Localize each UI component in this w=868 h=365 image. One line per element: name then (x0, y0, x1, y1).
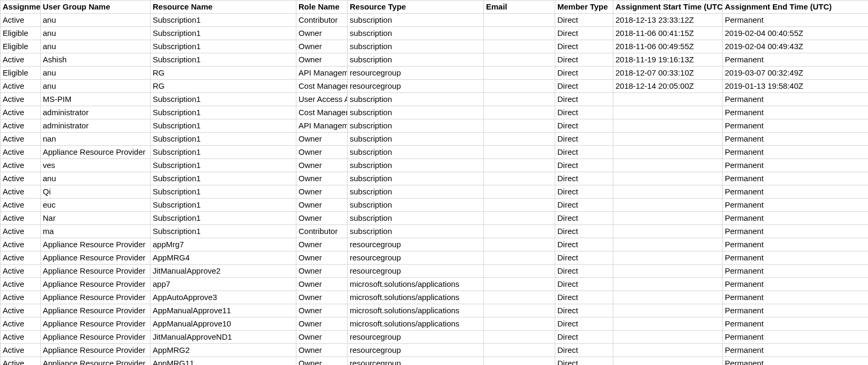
table-row[interactable]: ActiveanuSubscription1OwnersubscriptionD… (1, 172, 869, 185)
cell-member-type[interactable]: Direct (555, 53, 613, 67)
cell-role-name[interactable]: Owner (296, 251, 348, 265)
cell-member-type[interactable]: Direct (555, 304, 613, 317)
cell-user-group-name[interactable]: ma (41, 225, 151, 238)
cell-resource-name[interactable]: Subscription1 (151, 27, 296, 40)
cell-assignment-state[interactable]: Active (1, 185, 41, 199)
cell-member-type[interactable]: Direct (555, 27, 613, 40)
cell-user-group-name[interactable]: ves (41, 159, 151, 172)
cell-resource-name[interactable]: Subscription1 (151, 93, 296, 106)
cell-user-group-name[interactable]: Appliance Resource Provider (41, 304, 151, 317)
cell-role-name[interactable]: Owner (296, 265, 348, 278)
cell-resource-type[interactable]: subscription (348, 225, 484, 238)
cell-role-name[interactable]: Owner (296, 278, 348, 291)
cell-member-type[interactable]: Direct (555, 251, 613, 265)
cell-end-time[interactable]: Permanent (723, 265, 869, 278)
table-row[interactable]: ActiveadministratorSubscription1Cost Man… (1, 106, 869, 119)
cell-start-time[interactable] (613, 93, 723, 106)
cell-resource-type[interactable]: resourcegroup (348, 67, 484, 80)
cell-resource-type[interactable]: microsoft.solutions/applications (348, 304, 484, 317)
cell-end-time[interactable]: Permanent (723, 172, 869, 185)
cell-user-group-name[interactable]: Appliance Resource Provider (41, 265, 151, 278)
cell-start-time[interactable] (613, 238, 723, 251)
cell-user-group-name[interactable]: administrator (41, 119, 151, 133)
cell-role-name[interactable]: Owner (296, 317, 348, 331)
cell-start-time[interactable] (613, 185, 723, 199)
cell-end-time[interactable]: Permanent (723, 212, 869, 225)
cell-email[interactable] (484, 40, 555, 53)
cell-user-group-name[interactable]: Nar (41, 212, 151, 225)
cell-end-time[interactable]: Permanent (723, 146, 869, 159)
cell-end-time[interactable]: 2019-02-04 00:49:43Z (723, 40, 869, 53)
cell-user-group-name[interactable]: Appliance Resource Provider (41, 357, 151, 366)
table-row[interactable]: ActiveAppliance Resource ProviderSubscri… (1, 146, 869, 159)
table-row[interactable]: ActiveAppliance Resource ProviderAppMRG1… (1, 357, 869, 366)
cell-start-time[interactable] (613, 146, 723, 159)
cell-assignment-state[interactable]: Active (1, 331, 41, 344)
cell-email[interactable] (484, 357, 555, 366)
cell-member-type[interactable]: Direct (555, 106, 613, 119)
cell-end-time[interactable]: Permanent (723, 357, 869, 366)
col-assignment-state[interactable]: Assignment (1, 1, 41, 14)
table-row[interactable]: ActiveAppliance Resource Providerapp7Own… (1, 278, 869, 291)
cell-role-name[interactable]: Owner (296, 53, 348, 67)
cell-role-name[interactable]: API Management (296, 119, 348, 133)
cell-user-group-name[interactable]: Appliance Resource Provider (41, 331, 151, 344)
cell-email[interactable] (484, 199, 555, 212)
cell-end-time[interactable]: 2019-03-07 00:32:49Z (723, 67, 869, 80)
table-row[interactable]: ActiveadministratorSubscription1API Mana… (1, 119, 869, 133)
cell-user-group-name[interactable]: anu (41, 27, 151, 40)
cell-assignment-state[interactable]: Eligible (1, 40, 41, 53)
cell-user-group-name[interactable]: anu (41, 14, 151, 27)
table-row[interactable]: ActiveanuRGCost ManagementresourcegroupD… (1, 80, 869, 93)
cell-resource-type[interactable]: resourcegroup (348, 80, 484, 93)
col-user-group-name[interactable]: User Group Name (41, 1, 151, 14)
cell-user-group-name[interactable]: Appliance Resource Provider (41, 291, 151, 304)
cell-assignment-state[interactable]: Eligible (1, 27, 41, 40)
cell-resource-name[interactable]: AppMRG11 (151, 357, 296, 366)
cell-end-time[interactable]: Permanent (723, 133, 869, 146)
cell-start-time[interactable] (613, 265, 723, 278)
cell-end-time[interactable]: Permanent (723, 225, 869, 238)
cell-start-time[interactable] (613, 278, 723, 291)
cell-start-time[interactable] (613, 304, 723, 317)
cell-user-group-name[interactable]: Ashish (41, 53, 151, 67)
table-row[interactable]: ActiveAppliance Resource ProviderAppAuto… (1, 291, 869, 304)
cell-resource-name[interactable]: JitManualApprove2 (151, 265, 296, 278)
cell-resource-type[interactable]: resourcegroup (348, 238, 484, 251)
cell-member-type[interactable]: Direct (555, 225, 613, 238)
cell-start-time[interactable] (613, 212, 723, 225)
cell-resource-name[interactable]: Subscription1 (151, 185, 296, 199)
cell-resource-type[interactable]: subscription (348, 53, 484, 67)
cell-assignment-state[interactable]: Active (1, 344, 41, 357)
cell-member-type[interactable]: Direct (555, 133, 613, 146)
cell-end-time[interactable]: Permanent (723, 344, 869, 357)
cell-end-time[interactable]: Permanent (723, 14, 869, 27)
cell-email[interactable] (484, 159, 555, 172)
cell-role-name[interactable]: Owner (296, 291, 348, 304)
cell-member-type[interactable]: Direct (555, 199, 613, 212)
cell-start-time[interactable]: 2018-11-06 00:41:15Z (613, 27, 723, 40)
cell-member-type[interactable]: Direct (555, 317, 613, 331)
cell-resource-type[interactable]: subscription (348, 40, 484, 53)
cell-member-type[interactable]: Direct (555, 185, 613, 199)
cell-role-name[interactable]: Owner (296, 212, 348, 225)
cell-start-time[interactable] (613, 251, 723, 265)
cell-resource-type[interactable]: microsoft.solutions/applications (348, 291, 484, 304)
cell-resource-type[interactable]: subscription (348, 172, 484, 185)
cell-user-group-name[interactable]: Appliance Resource Provider (41, 344, 151, 357)
cell-email[interactable] (484, 67, 555, 80)
cell-end-time[interactable]: 2019-02-04 00:40:55Z (723, 27, 869, 40)
table-row[interactable]: ActiveeucSubscription1OwnersubscriptionD… (1, 199, 869, 212)
cell-email[interactable] (484, 14, 555, 27)
cell-assignment-state[interactable]: Active (1, 106, 41, 119)
cell-email[interactable] (484, 331, 555, 344)
cell-resource-type[interactable]: resourcegroup (348, 331, 484, 344)
cell-member-type[interactable]: Direct (555, 67, 613, 80)
cell-resource-name[interactable]: appMrg7 (151, 238, 296, 251)
cell-role-name[interactable]: Owner (296, 146, 348, 159)
cell-end-time[interactable]: Permanent (723, 317, 869, 331)
table-row[interactable]: ActivevesSubscription1OwnersubscriptionD… (1, 159, 869, 172)
cell-email[interactable] (484, 185, 555, 199)
cell-assignment-state[interactable]: Active (1, 199, 41, 212)
cell-member-type[interactable]: Direct (555, 238, 613, 251)
